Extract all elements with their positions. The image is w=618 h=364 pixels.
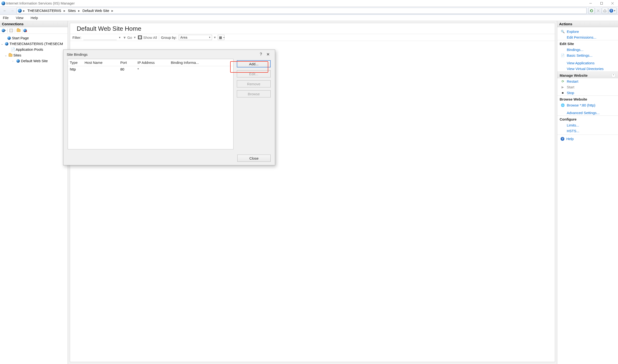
filter-input[interactable]	[83, 35, 117, 40]
folder-icon	[9, 53, 13, 57]
globe-icon	[16, 59, 20, 63]
tree-server[interactable]: ⌄ THESECMASTERIIS (THESECM	[1, 41, 67, 47]
action-bindings[interactable]: Bindings...	[557, 47, 618, 52]
chevron-icon: ▸	[23, 9, 25, 13]
chevron-down-icon[interactable]: ⌄	[5, 52, 8, 58]
tree-label: Start Page	[12, 35, 29, 41]
globe-icon	[18, 9, 22, 13]
dialog-titlebar: Site Bindings ? ✕	[63, 50, 275, 59]
tree-default-site[interactable]: › Default Web Site	[1, 58, 67, 64]
maximize-button[interactable]	[596, 0, 607, 7]
action-view-applications[interactable]: View Applications	[557, 60, 618, 66]
action-hsts[interactable]: HSTS...	[557, 128, 618, 134]
svg-rect-1	[601, 2, 603, 4]
tree-label: THESECMASTERIIS (THESECM	[10, 41, 63, 47]
action-stop[interactable]: ■Stop	[557, 90, 618, 95]
tree-start-page[interactable]: Start Page	[1, 35, 67, 41]
grid-icon: ▦	[219, 36, 222, 39]
window-title: Internet Information Services (IIS) Mana…	[6, 1, 75, 5]
col-info[interactable]: Binding Informa...	[171, 61, 231, 65]
action-limits[interactable]: Limits...	[557, 122, 618, 128]
remove-button[interactable]: Remove	[237, 80, 271, 87]
refresh-button[interactable]	[589, 8, 595, 14]
show-all-button[interactable]: 🔲Show All	[138, 35, 157, 39]
dialog-help-button[interactable]: ?	[257, 52, 264, 57]
menu-view[interactable]: View	[14, 15, 25, 20]
edit-button[interactable]: Edit...	[237, 70, 271, 78]
filter-bar: Filter: ▼ ▼Go ▾ 🔲Show All Group by: Area…	[70, 34, 555, 41]
browse-button[interactable]: Browse	[237, 90, 271, 97]
connect-button[interactable]: ▾	[1, 28, 7, 33]
crumb-server[interactable]: THESECMASTERIIS	[26, 9, 62, 13]
close-button[interactable]	[607, 0, 618, 7]
action-browse-80[interactable]: 🌐Browse *:80 (http)	[557, 102, 618, 108]
tree-app-pools[interactable]: 📄 Application Pools	[1, 47, 67, 52]
titlebar: Internet Information Services (IIS) Mana…	[0, 0, 618, 7]
home-button[interactable]	[602, 8, 608, 14]
dropdown-icon[interactable]: ▼	[119, 36, 121, 39]
col-type[interactable]: Type	[70, 61, 85, 65]
action-advanced-settings[interactable]: Advanced Settings...	[557, 110, 618, 116]
connections-toolbar: ▾ ✖	[0, 27, 68, 34]
menu-help[interactable]: Help	[29, 15, 39, 20]
crumb-site[interactable]: Default Web Site	[81, 9, 110, 13]
breadcrumb[interactable]: ▸ THESECMASTERIIS ▸ Sites ▸ Default Web …	[17, 8, 587, 14]
add-button[interactable]: Add...	[237, 60, 271, 67]
col-port[interactable]: Port	[120, 61, 138, 65]
action-restart[interactable]: ⟳Restart	[557, 78, 618, 84]
minimize-button[interactable]	[585, 0, 596, 7]
view-mode-button[interactable]: ▦▾	[218, 35, 224, 40]
action-start[interactable]: ▶Start	[557, 84, 618, 90]
page-title-row: Default Web Site Home	[70, 23, 555, 34]
cell-type: http	[70, 67, 85, 71]
go-button[interactable]: ▼Go	[123, 36, 132, 39]
chevron-down-icon[interactable]: ⌄	[1, 41, 4, 47]
action-edit-permissions[interactable]: Edit Permissions...	[557, 34, 618, 40]
menu-file[interactable]: File	[1, 15, 10, 20]
tree-sites[interactable]: ⌄ Sites	[1, 52, 67, 58]
crumb-sites[interactable]: Sites	[67, 9, 77, 13]
nav-bar: ← → ▸ THESECMASTERIIS ▸ Sites ▸ Default …	[0, 7, 618, 15]
server-icon	[5, 42, 9, 46]
connections-header: Connections	[0, 21, 68, 27]
nav-forward-button[interactable]: →	[9, 8, 16, 14]
chevron-right-icon[interactable]: ›	[13, 58, 15, 64]
cell-ip: *	[138, 67, 171, 71]
chevron-icon: ▸	[112, 9, 113, 13]
chevron-icon: ▸	[78, 9, 80, 13]
save-button[interactable]	[8, 28, 14, 33]
table-header: Type Host Name Port IP Address Binding I…	[68, 59, 233, 66]
browse-icon: 🌐	[561, 103, 565, 107]
action-help[interactable]: ?Help	[557, 135, 618, 142]
main-area: Connections ▾ ✖ Start Page ⌄	[0, 21, 618, 364]
connections-panel: Connections ▾ ✖ Start Page ⌄	[0, 21, 68, 364]
site-bindings-dialog: Site Bindings ? ✕ Type Host Name Port IP…	[63, 50, 275, 165]
table-row[interactable]: http 80 *	[68, 66, 233, 72]
help-icon: ?	[561, 137, 564, 141]
folder-search-icon: 🔍	[561, 29, 565, 34]
tree-label: Default Web Site	[21, 58, 48, 64]
action-explore[interactable]: 🔍Explore	[557, 29, 618, 34]
open-folder-button[interactable]	[16, 28, 21, 33]
stop-button[interactable]	[595, 8, 601, 14]
action-view-virtual-dirs[interactable]: View Virtual Directories	[557, 66, 618, 71]
group-by-label: Group by:	[161, 36, 177, 39]
group-by-select[interactable]: Area ▼	[179, 35, 212, 40]
dialog-close-button[interactable]: ✕	[264, 52, 271, 57]
action-basic-settings[interactable]: 📄Basic Settings...	[557, 52, 618, 58]
col-ip[interactable]: IP Address	[138, 61, 171, 65]
help-dropdown-button[interactable]: ?▼	[608, 8, 617, 14]
section-configure: Configure	[557, 116, 618, 122]
nav-back-button[interactable]: ←	[1, 8, 8, 14]
refresh-tree-button[interactable]: ✖	[23, 28, 29, 33]
dialog-title: Site Bindings	[67, 52, 88, 56]
stop-icon: ■	[561, 91, 565, 95]
start-page-icon	[7, 36, 11, 40]
col-host[interactable]: Host Name	[85, 61, 120, 65]
close-dialog-button[interactable]: Close	[237, 155, 271, 162]
iis-icon	[1, 1, 5, 5]
bindings-table[interactable]: Type Host Name Port IP Address Binding I…	[68, 59, 233, 149]
show-all-icon: 🔲	[138, 35, 142, 39]
filter-label: Filter:	[72, 36, 81, 39]
collapse-icon[interactable]: ⌃	[611, 73, 616, 78]
